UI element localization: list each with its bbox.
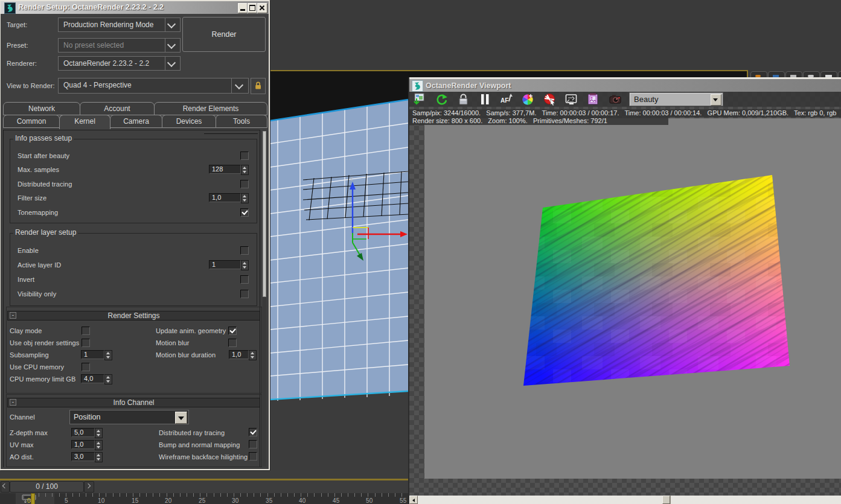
- svg-text:z: z: [350, 176, 353, 182]
